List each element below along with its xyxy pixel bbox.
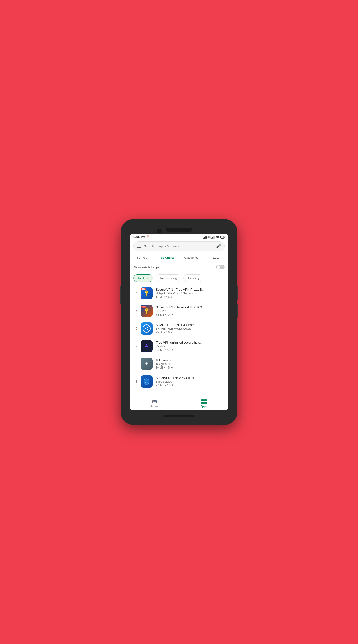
app-icon: VPN xyxy=(141,376,153,388)
list-item[interactable]: 8 ✈ Telegram X Telegram LLC 16 MB • 4.5 … xyxy=(130,355,228,373)
pill-top-free[interactable]: Top Free xyxy=(133,274,153,282)
time-display: 12:36 PM xyxy=(133,236,145,238)
bottom-nav: 🎮 Games Apps xyxy=(130,396,228,410)
app-icon: ✈ xyxy=(141,358,153,370)
toggle-knob xyxy=(217,266,220,269)
nav-label-games: Games xyxy=(150,405,158,408)
app-rank: 8 xyxy=(133,362,137,366)
toggle-label: Show installed apps xyxy=(133,266,159,269)
app-meta: 14 MB • 4.6 ★ xyxy=(156,296,225,298)
tab-editors[interactable]: Edi.. xyxy=(204,253,228,262)
pill-top-grossing[interactable]: Top Grossing xyxy=(156,274,181,282)
app-rank: 7 xyxy=(133,344,137,348)
app-rank: 4 xyxy=(133,291,137,295)
phone-device: 12:36 PM ⏰ 4G 4G 68 xyxy=(121,219,237,425)
phone-power-button xyxy=(237,286,238,300)
list-item[interactable]: 5 2019 🔑 Secure VPN - Unlimited Free & S… xyxy=(130,302,228,320)
phone-volume-button xyxy=(120,286,121,304)
signal-bars-1 xyxy=(203,236,207,238)
nav-item-games[interactable]: 🎮 Games xyxy=(130,396,179,410)
app-list: 4 2019 🔑 Secure VPN - Free VPN Proxy, B.… xyxy=(130,284,228,396)
app-meta: 7.8 MB • 4.4 ★ xyxy=(156,313,225,316)
app-developer: SHAREit Technologies Co.Ltd xyxy=(156,327,225,330)
svg-line-3 xyxy=(146,329,147,330)
app-icon xyxy=(141,340,153,352)
apps-icon xyxy=(201,399,206,404)
app-developer: SuperSoftTech xyxy=(156,380,225,383)
status-time: 12:36 PM ⏰ xyxy=(133,236,150,238)
alarm-icon: ⏰ xyxy=(146,236,150,238)
app-developer: VPNIFY xyxy=(156,345,225,348)
app-developer: Telegram LLC xyxy=(156,362,225,366)
app-name: SHAREit - Transfer & Share xyxy=(156,323,225,327)
mic-icon[interactable]: 🎤 xyxy=(216,244,221,249)
svg-point-0 xyxy=(147,327,148,328)
app-icon: 2019 🔑 xyxy=(141,305,153,317)
games-icon: 🎮 xyxy=(152,399,157,404)
badge-2019: 2019 xyxy=(141,288,146,290)
app-meta: 25 MB • 4.6 ★ xyxy=(156,331,225,334)
app-name: Free VPN unlimited secure hots.. xyxy=(156,341,225,344)
phone-power-button-2 xyxy=(237,304,238,318)
paper-plane-icon: ✈ xyxy=(144,361,148,367)
search-input[interactable] xyxy=(144,244,213,248)
nav-item-apps[interactable]: Apps xyxy=(179,396,228,410)
toggle-switch[interactable] xyxy=(216,265,225,270)
app-meta: 16 MB • 4.5 ★ xyxy=(156,366,225,369)
key-icon: 🔑 xyxy=(143,289,151,297)
svg-line-4 xyxy=(146,328,147,328)
filter-pills: Top Free Top Grossing Trending xyxy=(130,272,228,284)
phone-camera xyxy=(157,228,162,234)
phone-home-bar xyxy=(163,416,195,417)
svg-text:VPN: VPN xyxy=(145,381,149,383)
network-label-1: 4G xyxy=(207,236,211,238)
menu-icon[interactable] xyxy=(137,245,141,248)
battery-indicator: 68 xyxy=(220,236,225,238)
phone-speaker xyxy=(166,228,192,232)
list-item[interactable]: 7 Free VPN unlimited secure hots.. VPNIF… xyxy=(130,338,228,355)
app-info: Secure VPN - Free VPN Proxy, B.. Hotspot… xyxy=(156,288,225,298)
svg-point-2 xyxy=(147,329,148,330)
nav-tabs: For You Top Charts Categories Edi.. xyxy=(130,253,228,262)
app-rank: 9 xyxy=(133,380,137,383)
pill-trending[interactable]: Trending xyxy=(183,274,203,282)
tab-for-you[interactable]: For You xyxy=(130,253,154,262)
svg-point-1 xyxy=(145,328,146,329)
badge-2019: 2019 xyxy=(141,306,146,308)
app-name: SuperVPN Free VPN Client xyxy=(156,376,225,380)
list-item[interactable]: 9 VPN SuperVPN Free VPN Client SuperSoft… xyxy=(130,373,228,390)
app-rank: 5 xyxy=(133,309,137,312)
app-info: SHAREit - Transfer & Share SHAREit Techn… xyxy=(156,323,225,334)
network-label-2: 4G xyxy=(216,236,219,238)
search-bar-container: 🎤 xyxy=(130,240,228,253)
app-meta: 7.1 MB • 4.3 ★ xyxy=(156,384,225,387)
app-info: Secure VPN - Unlimited Free & S.. SEC VP… xyxy=(156,306,225,316)
app-name: Telegram X xyxy=(156,358,225,362)
show-installed-toggle-row: Show installed apps xyxy=(130,262,228,272)
tab-top-charts[interactable]: Top Charts xyxy=(154,253,179,262)
share-circle xyxy=(143,324,151,332)
app-icon: 2019 🔑 xyxy=(141,287,153,299)
status-icons: 4G 4G 68 xyxy=(203,236,225,238)
key-icon: 🔑 xyxy=(143,307,151,315)
app-info: Free VPN unlimited secure hots.. VPNIFY … xyxy=(156,341,225,352)
app-name: Secure VPN - Unlimited Free & S.. xyxy=(156,306,225,309)
list-item[interactable]: 6 SHAREit - Transfer & Share S xyxy=(130,320,228,338)
app-developer: SEC VPN xyxy=(156,310,225,312)
app-info: SuperVPN Free VPN Client SuperSoftTech 7… xyxy=(156,376,225,387)
status-bar: 12:36 PM ⏰ 4G 4G 68 xyxy=(130,234,228,240)
tab-categories[interactable]: Categories xyxy=(179,253,204,262)
app-meta: 6.6 MB • 4.5 ★ xyxy=(156,348,225,352)
search-bar[interactable]: 🎤 xyxy=(133,241,225,251)
list-item[interactable]: 4 2019 🔑 Secure VPN - Free VPN Proxy, B.… xyxy=(130,284,228,302)
nav-label-apps: Apps xyxy=(200,405,207,408)
signal-bars-2 xyxy=(211,236,215,238)
app-icon xyxy=(141,322,153,334)
app-developer: Hotspot VPN( Proxy & Security ) xyxy=(156,292,225,295)
app-rank: 6 xyxy=(133,327,137,330)
phone-screen: 12:36 PM ⏰ 4G 4G 68 xyxy=(130,234,228,410)
app-name: Secure VPN - Free VPN Proxy, B.. xyxy=(156,288,225,291)
app-info: Telegram X Telegram LLC 16 MB • 4.5 ★ xyxy=(156,358,225,369)
